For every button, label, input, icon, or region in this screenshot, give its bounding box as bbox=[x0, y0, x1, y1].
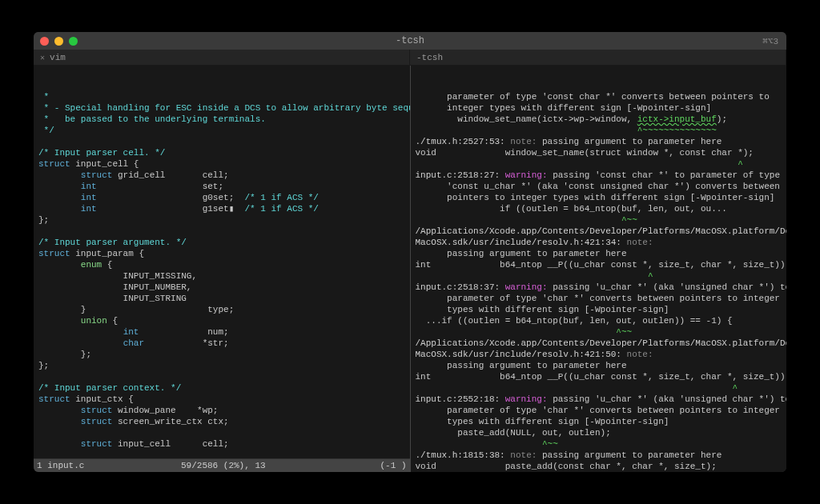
tab-tcsh[interactable]: -tcsh bbox=[410, 50, 786, 65]
tab-vim[interactable]: ✕ vim bbox=[34, 50, 410, 65]
tab-bar: ✕ vim -tcsh bbox=[34, 50, 786, 66]
window-title: -tcsh bbox=[34, 35, 786, 46]
terminal-window: -tcsh ⌘⌥3 ✕ vim -tcsh * * - Special hand… bbox=[34, 32, 786, 472]
pane-shell[interactable]: parameter of type 'const char *' convert… bbox=[411, 66, 787, 472]
traffic-lights bbox=[40, 37, 78, 46]
pane-vim[interactable]: * * - Special handling for ESC inside a … bbox=[34, 66, 411, 472]
vim-statusline: 1 input.c 59/2586 (2%), 13 (-1 ) bbox=[34, 458, 410, 472]
shell-output: parameter of type 'const char *' convert… bbox=[416, 91, 782, 472]
close-icon[interactable]: ✕ bbox=[40, 53, 45, 62]
tab-label: -tcsh bbox=[416, 53, 443, 62]
close-icon[interactable] bbox=[40, 37, 49, 46]
status-file: 1 input.c bbox=[37, 460, 181, 471]
vim-buffer: * * - Special handling for ESC inside a … bbox=[38, 91, 405, 472]
status-right: (-1 ) bbox=[380, 460, 406, 471]
split-panes: * * - Special handling for ESC inside a … bbox=[34, 66, 786, 472]
window-shortcut: ⌘⌥3 bbox=[762, 36, 778, 46]
status-position: 59/2586 (2%), 13 bbox=[181, 460, 380, 471]
tab-label: vim bbox=[50, 53, 66, 62]
zoom-icon[interactable] bbox=[69, 37, 78, 46]
titlebar: -tcsh ⌘⌥3 bbox=[34, 32, 786, 50]
minimize-icon[interactable] bbox=[54, 37, 63, 46]
